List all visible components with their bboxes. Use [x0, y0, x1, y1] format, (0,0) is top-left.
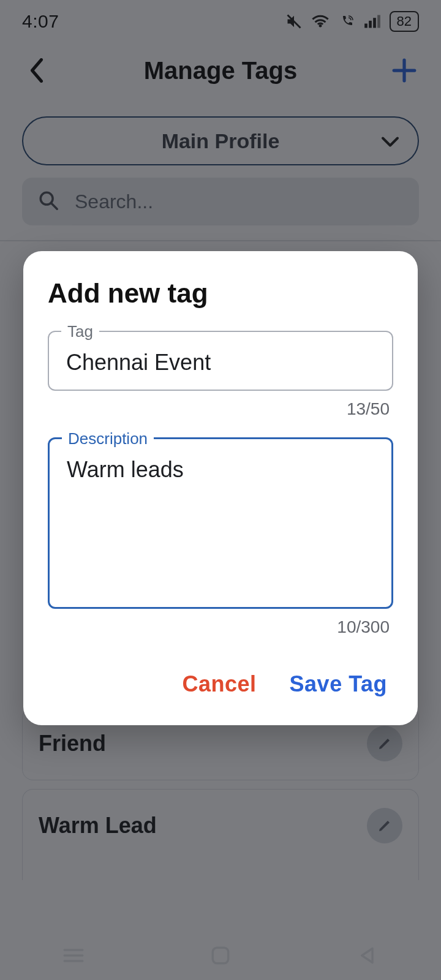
- description-value: Warm leads: [67, 456, 374, 594]
- save-tag-button[interactable]: Save Tag: [290, 671, 387, 697]
- description-counter: 10/300: [48, 617, 390, 637]
- tag-name-counter: 13/50: [48, 399, 390, 419]
- description-label: Description: [62, 429, 154, 448]
- modal-title: Add new tag: [48, 278, 393, 309]
- tag-name-label: Tag: [61, 322, 99, 341]
- tag-name-field[interactable]: Tag Chennai Event: [48, 331, 393, 391]
- tag-name-value: Chennai Event: [66, 349, 375, 376]
- add-tag-modal: Add new tag Tag Chennai Event 13/50 Desc…: [23, 251, 418, 725]
- cancel-button[interactable]: Cancel: [183, 671, 257, 697]
- modal-actions: Cancel Save Tag: [48, 671, 393, 697]
- description-field[interactable]: Description Warm leads: [48, 437, 393, 609]
